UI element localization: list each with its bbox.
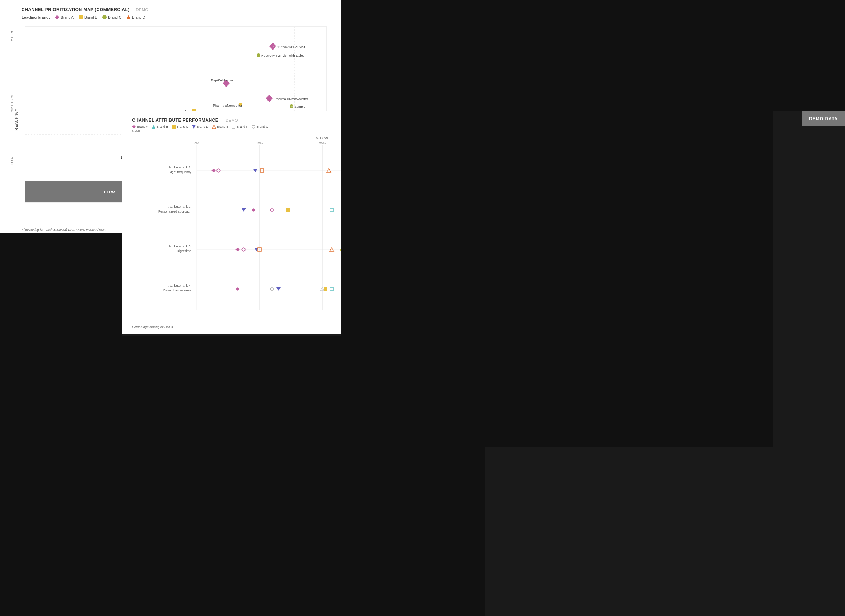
svg-text:Attribute rank 1:: Attribute rank 1:	[168, 166, 191, 169]
perf-legend-c: Brand C	[172, 125, 188, 129]
band-low: LOW	[10, 156, 14, 166]
svg-marker-80	[235, 287, 240, 291]
legend-brand-d: Brand D	[126, 15, 145, 19]
perf-legend-f: Brand F	[232, 125, 248, 129]
svg-marker-35	[192, 125, 196, 129]
svg-point-38	[252, 125, 255, 128]
perf-legend-a: Brand A	[132, 125, 148, 129]
svg-text:Right time: Right time	[177, 249, 191, 253]
perf-legend-b: Brand B	[152, 125, 168, 129]
dark-overlay-left	[0, 233, 122, 616]
svg-text:LOW: LOW	[104, 190, 116, 194]
svg-text:Attribute rank 3:: Attribute rank 3:	[168, 245, 191, 248]
dark-overlay-top-right	[341, 0, 845, 111]
legend-brand-c: Brand C	[102, 15, 121, 19]
svg-text:Personalized approach: Personalized approach	[158, 210, 191, 213]
svg-text:Rep/KAM F2F visit: Rep/KAM F2F visit	[278, 45, 305, 49]
svg-point-14	[257, 53, 260, 57]
svg-text:Pharma DM/Newsletter: Pharma DM/Newsletter	[274, 97, 308, 101]
perf-legend-g: Brand G	[252, 125, 268, 129]
svg-marker-63	[251, 208, 255, 212]
svg-text:Right frequency: Right frequency	[169, 170, 192, 174]
svg-point-2	[102, 15, 107, 19]
svg-text:Pharma eNewsletter: Pharma eNewsletter	[213, 104, 242, 107]
svg-marker-71	[235, 248, 240, 251]
svg-rect-84	[324, 287, 327, 291]
triangle-icon	[126, 15, 131, 19]
svg-text:Rep/KAM email: Rep/KAM email	[211, 79, 234, 82]
svg-text:20%: 20%	[319, 141, 326, 145]
svg-marker-33	[152, 125, 156, 129]
svg-text:Rep/KAM F2F visit with tablet: Rep/KAM F2F visit with tablet	[261, 54, 304, 57]
svg-marker-0	[55, 15, 59, 19]
scatter-legend: Leading brand: Brand A Brand B Brand C B…	[22, 15, 330, 19]
square-icon	[79, 15, 83, 19]
svg-text:Attribute rank 2:: Attribute rank 2:	[168, 205, 191, 208]
svg-marker-53	[211, 169, 216, 172]
svg-rect-1	[79, 15, 83, 19]
svg-marker-36	[212, 125, 216, 129]
svg-text:0%: 0%	[194, 141, 199, 145]
svg-rect-34	[172, 125, 176, 129]
svg-text:Sample: Sample	[294, 105, 305, 109]
perf-legend-e: Brand E	[212, 125, 229, 129]
svg-rect-65	[286, 208, 290, 212]
dark-overlay-right	[341, 111, 773, 447]
circle-icon	[102, 15, 107, 19]
legend-brand-b: Brand B	[79, 15, 97, 19]
svg-text:Attribute rank 4:: Attribute rank 4:	[168, 284, 191, 287]
band-medium: MEDIUM	[10, 95, 14, 112]
pct-note: Percentage among all HCPs	[132, 325, 173, 329]
svg-marker-3	[126, 15, 131, 19]
svg-marker-18	[266, 95, 273, 102]
perf-legend-d: Brand D	[192, 125, 208, 129]
demo-badge: DEMO DATA	[802, 111, 845, 126]
band-high: HIGH	[10, 30, 14, 41]
legend-brand-a: Brand A	[55, 15, 73, 19]
svg-rect-37	[232, 125, 235, 129]
svg-text:Ease of access/use: Ease of access/use	[163, 289, 191, 292]
diamond-icon	[55, 15, 59, 19]
svg-text:10%: 10%	[256, 141, 263, 145]
y-axis-label: REACH % *	[14, 109, 18, 130]
scatter-title: CHANNEL PRIORITIZATION MAP (COMMERCIAL) …	[22, 7, 330, 12]
svg-text:% HCPs: % HCPs	[316, 136, 329, 140]
svg-marker-32	[132, 125, 136, 129]
